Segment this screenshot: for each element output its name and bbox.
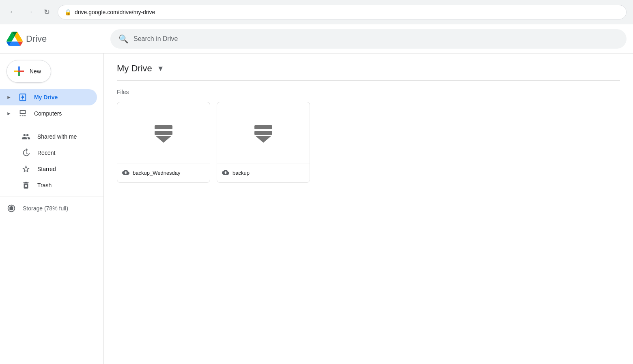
- svg-rect-7: [155, 131, 172, 135]
- starred-icon: [21, 164, 31, 174]
- app-header: Drive 🔍 Search in Drive: [0, 24, 633, 54]
- sidebar-divider-2: [0, 197, 103, 197]
- shared-label: Shared with me: [37, 133, 77, 140]
- backup-icon-1: [151, 120, 176, 145]
- svg-rect-9: [254, 125, 272, 129]
- my-drive-label: My Drive: [34, 94, 58, 101]
- forward-button[interactable]: →: [24, 6, 36, 18]
- sidebar-divider-1: [0, 125, 103, 125]
- file-card-icon-area-2: [251, 102, 276, 163]
- reload-button[interactable]: ↻: [41, 6, 53, 18]
- logo-area: Drive: [6, 31, 104, 47]
- file-card-icon-area-1: [151, 102, 176, 163]
- main-area: New ► My Drive ►: [0, 54, 633, 364]
- app-name-label: Drive: [26, 34, 47, 44]
- svg-rect-5: [20, 71, 24, 72]
- sidebar: New ► My Drive ►: [0, 54, 104, 364]
- url-text: drive.google.com/drive/my-drive: [75, 9, 155, 15]
- sidebar-item-starred[interactable]: Starred: [0, 161, 97, 177]
- expand-chevron-computers: ►: [6, 111, 11, 116]
- files-grid: backup_Wednesday: [117, 102, 620, 183]
- search-icon: 🔍: [118, 34, 129, 44]
- new-button[interactable]: New: [6, 60, 51, 83]
- sidebar-item-recent[interactable]: Recent: [0, 145, 97, 161]
- drive-logo: [6, 31, 23, 47]
- new-button-label: New: [30, 68, 41, 75]
- sidebar-item-computers[interactable]: ► Computers: [0, 105, 97, 122]
- address-bar[interactable]: 🔒 drive.google.com/drive/my-drive: [58, 5, 627, 19]
- search-placeholder-text: Search in Drive: [133, 35, 178, 43]
- storage-icon: [6, 203, 16, 213]
- file-card-bottom-1: backup_Wednesday: [117, 163, 210, 182]
- trash-label: Trash: [37, 182, 52, 188]
- svg-rect-3: [18, 72, 20, 76]
- file-name-1: backup_Wednesday: [133, 170, 181, 176]
- file-card-backup[interactable]: backup: [217, 102, 310, 183]
- recent-label: Recent: [37, 150, 55, 156]
- my-drive-dropdown[interactable]: ▼: [157, 64, 164, 73]
- svg-rect-2: [18, 66, 20, 71]
- svg-marker-11: [255, 136, 271, 143]
- content-title: My Drive: [117, 63, 152, 74]
- file-card-backup-wednesday[interactable]: backup_Wednesday: [117, 102, 210, 183]
- storage-label: Storage (78% full): [23, 205, 68, 212]
- backup-icon-2: [251, 120, 276, 145]
- recent-icon: [21, 148, 31, 158]
- starred-label: Starred: [37, 166, 56, 172]
- search-bar[interactable]: 🔍 Search in Drive: [110, 29, 627, 49]
- trash-icon: [21, 180, 31, 190]
- back-button[interactable]: ←: [6, 6, 19, 18]
- file-type-icon-2: [222, 169, 229, 178]
- svg-rect-10: [254, 131, 272, 135]
- computers-label: Computers: [34, 110, 62, 117]
- file-card-bottom-2: backup: [217, 163, 310, 182]
- my-drive-icon: [18, 92, 28, 102]
- shared-icon: [21, 132, 31, 141]
- file-type-icon-1: [122, 169, 129, 178]
- content-header: My Drive ▼: [117, 54, 620, 81]
- browser-chrome: ← → ↻ 🔒 drive.google.com/drive/my-drive: [0, 0, 633, 24]
- content-area: My Drive ▼ Files: [104, 54, 633, 364]
- sidebar-item-my-drive[interactable]: ► My Drive: [0, 89, 97, 105]
- files-section-label: Files: [117, 81, 620, 102]
- computers-icon: [18, 109, 28, 118]
- svg-rect-6: [155, 125, 172, 129]
- svg-rect-4: [14, 71, 18, 72]
- storage-item[interactable]: Storage (78% full): [0, 200, 103, 216]
- sidebar-item-shared[interactable]: Shared with me: [0, 128, 97, 145]
- app-container: Drive 🔍 Search in Drive: [0, 24, 633, 364]
- plus-icon: [13, 66, 25, 77]
- lock-icon: 🔒: [65, 9, 71, 15]
- expand-chevron-my-drive: ►: [6, 94, 11, 100]
- file-name-2: backup: [233, 170, 250, 176]
- sidebar-item-trash[interactable]: Trash: [0, 177, 97, 193]
- svg-marker-8: [155, 136, 172, 143]
